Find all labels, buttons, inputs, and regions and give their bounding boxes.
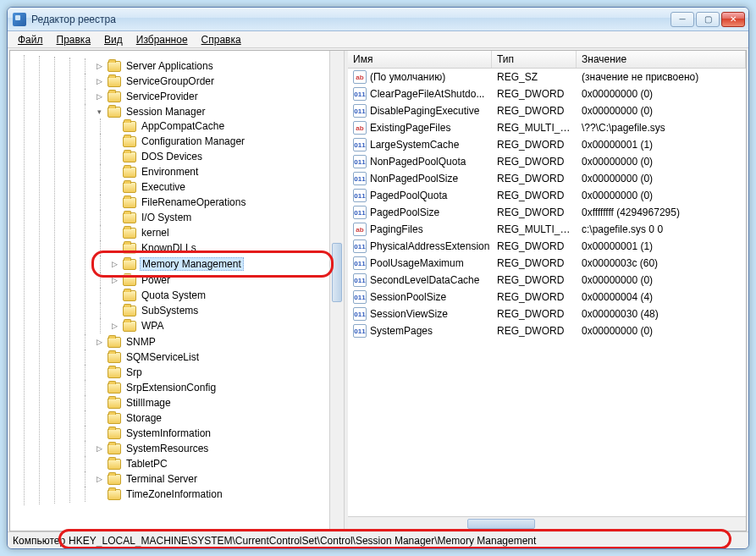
folder-icon	[123, 121, 136, 132]
values-hscrollbar[interactable]	[348, 516, 746, 531]
value-data: 0x00000000 (0)	[577, 324, 746, 338]
tree-node-tabletpc[interactable]: ▷TabletPC	[93, 457, 344, 471]
tree-node-dos-devices[interactable]: ▷DOS Devices	[108, 150, 344, 163]
folder-icon	[123, 228, 136, 239]
expand-icon[interactable]: ▷	[110, 276, 119, 285]
expand-icon[interactable]: ▷	[95, 92, 104, 102]
tree-label: Environment	[140, 166, 200, 178]
menu-edit[interactable]: Правка	[50, 32, 98, 47]
value-data: 0x00000000 (0)	[577, 172, 746, 185]
expand-icon[interactable]: ▷	[95, 62, 104, 71]
value-row[interactable]: 011LargeSystemCacheREG_DWORD0x00000001 (…	[348, 136, 746, 153]
value-row[interactable]: ab(По умолчанию)REG_SZ(значение не присв…	[348, 69, 746, 85]
value-row[interactable]: 011PagedPoolQuotaREG_DWORD0x00000000 (0)	[348, 187, 746, 204]
expand-icon[interactable]: ▷	[95, 338, 104, 347]
status-path: HKEY_LOCAL_MACHINE\SYSTEM\CurrentControl…	[69, 535, 536, 547]
dword-value-icon: 011	[353, 138, 367, 151]
values-header[interactable]: Имя Тип Значение	[348, 51, 746, 69]
value-row[interactable]: abExistingPageFilesREG_MULTI_SZ\??\C:\pa…	[348, 119, 746, 136]
tree-pane[interactable]: ▷Server Applications▷ServiceGroupOrder▷S…	[10, 51, 345, 531]
tree-node-power[interactable]: ▷Power	[108, 273, 344, 287]
value-row[interactable]: 011SessionPoolSizeREG_DWORD0x00000004 (4…	[348, 289, 746, 306]
dword-value-icon: 011	[353, 104, 367, 118]
tree-node-filerenameoperations[interactable]: ▷FileRenameOperations	[108, 195, 344, 209]
tree-node-snmp[interactable]: ▷SNMP	[93, 335, 344, 349]
collapse-icon[interactable]: ▾	[95, 107, 104, 117]
tree-node-serviceprovider[interactable]: ▷ServiceProvider	[93, 90, 344, 103]
tree-node-kernel[interactable]: ▷kernel	[108, 226, 344, 239]
tree-label: WPA	[140, 320, 165, 332]
tree-node-executive[interactable]: ▷Executive	[108, 180, 344, 194]
values-list[interactable]: ab(По умолчанию)REG_SZ(значение не присв…	[348, 69, 746, 516]
tree-node-systeminformation[interactable]: ▷SystemInformation	[93, 427, 344, 440]
value-row[interactable]: 011SecondLevelDataCacheREG_DWORD0x000000…	[348, 272, 746, 289]
tree-node-storage[interactable]: ▷Storage	[93, 411, 344, 425]
tree-node-quota-system[interactable]: ▷Quota System	[108, 289, 344, 302]
value-row[interactable]: 011ClearPageFileAtShutdo...REG_DWORD0x00…	[348, 85, 746, 102]
tree-node-knowndlls[interactable]: ▷KnownDLLs	[108, 241, 344, 255]
folder-icon	[108, 383, 121, 394]
col-name[interactable]: Имя	[348, 51, 492, 68]
tree-scrollbar[interactable]	[329, 51, 344, 531]
value-type: REG_DWORD	[492, 239, 577, 253]
string-value-icon: ab	[353, 121, 367, 135]
tree-node-memory-management[interactable]: ▷Memory Management	[108, 256, 344, 272]
tree-node-sqmservicelist[interactable]: ▷SQMServiceList	[93, 350, 344, 364]
tree-node-srp[interactable]: ▷Srp	[93, 366, 344, 379]
tree-node-servicegrouporder[interactable]: ▷ServiceGroupOrder	[93, 74, 344, 88]
expand-icon[interactable]: ▷	[110, 322, 119, 331]
value-row[interactable]: 011NonPagedPoolSizeREG_DWORD0x00000000 (…	[348, 170, 746, 187]
value-row[interactable]: 011SessionViewSizeREG_DWORD0x00000030 (4…	[348, 306, 746, 322]
value-type: REG_DWORD	[492, 87, 577, 101]
value-name: SessionPoolSize	[370, 291, 446, 303]
col-type[interactable]: Тип	[492, 51, 577, 68]
tree-node-session-manager[interactable]: ▾Session Manager	[93, 105, 344, 118]
folder-icon	[123, 151, 136, 162]
value-row[interactable]: 011NonPagedPoolQuotaREG_DWORD0x00000000 …	[348, 153, 746, 170]
value-data: (значение не присвоено)	[577, 70, 746, 84]
tree-node-stillimage[interactable]: ▷StillImage	[93, 396, 344, 410]
tree-node-environment[interactable]: ▷Environment	[108, 165, 344, 179]
tree-node-srpextensionconfig[interactable]: ▷SrpExtensionConfig	[93, 381, 344, 394]
value-row[interactable]: 011PhysicalAddressExtensionREG_DWORD0x00…	[348, 238, 746, 255]
dword-value-icon: 011	[353, 155, 367, 168]
folder-icon	[108, 337, 121, 348]
value-type: REG_SZ	[492, 70, 577, 84]
value-row[interactable]: abPagingFilesREG_MULTI_SZc:\pagefile.sys…	[348, 221, 746, 238]
tree-node-configuration-manager[interactable]: ▷Configuration Manager	[108, 135, 344, 148]
value-type: REG_DWORD	[492, 172, 577, 185]
value-row[interactable]: 011DisablePagingExecutiveREG_DWORD0x0000…	[348, 102, 746, 119]
expand-icon[interactable]: ▷	[95, 444, 104, 454]
menu-file[interactable]: Файл	[11, 32, 50, 47]
tree-node-server-applications[interactable]: ▷Server Applications	[93, 59, 344, 73]
expand-icon[interactable]: ▷	[110, 260, 119, 269]
tree-label: SQMServiceList	[124, 351, 201, 363]
value-name: PoolUsageMaximum	[370, 257, 464, 269]
value-row[interactable]: 011PoolUsageMaximumREG_DWORD0x0000003c (…	[348, 255, 746, 272]
menu-favorites[interactable]: Избранное	[130, 32, 195, 47]
tree-node-timezoneinformation[interactable]: ▷TimeZoneInformation	[93, 487, 344, 501]
value-data: \??\C:\pagefile.sys	[577, 121, 746, 135]
col-data[interactable]: Значение	[577, 51, 746, 68]
tree-node-i-o-system[interactable]: ▷I/O System	[108, 211, 344, 224]
expand-icon[interactable]: ▷	[95, 77, 104, 86]
tree-node-systemresources[interactable]: ▷SystemResources	[93, 442, 344, 455]
minimize-button[interactable]: ─	[670, 12, 694, 27]
tree-node-terminal-server[interactable]: ▷Terminal Server	[93, 472, 344, 486]
close-button[interactable]: ✕	[721, 12, 745, 27]
maximize-button[interactable]: ▢	[696, 12, 720, 27]
tree-node-appcompatcache[interactable]: ▷AppCompatCache	[108, 119, 344, 133]
value-name: PagedPoolQuota	[370, 190, 447, 201]
tree-node-wpa[interactable]: ▷WPA	[108, 319, 344, 333]
value-row[interactable]: 011PagedPoolSizeREG_DWORD0xffffffff (429…	[348, 204, 746, 221]
tree-node-subsystems[interactable]: ▷SubSystems	[108, 304, 344, 317]
menu-help[interactable]: Справка	[195, 32, 248, 47]
content-area: ▷Server Applications▷ServiceGroupOrder▷S…	[9, 50, 747, 531]
dword-value-icon: 011	[353, 239, 367, 253]
menu-view[interactable]: Вид	[97, 32, 130, 47]
titlebar[interactable]: Редактор реестра ─ ▢ ✕	[8, 8, 748, 31]
value-row[interactable]: 011SystemPagesREG_DWORD0x00000000 (0)	[348, 322, 746, 339]
expand-icon[interactable]: ▷	[95, 475, 104, 484]
string-value-icon: ab	[353, 70, 367, 84]
folder-icon	[108, 413, 121, 424]
